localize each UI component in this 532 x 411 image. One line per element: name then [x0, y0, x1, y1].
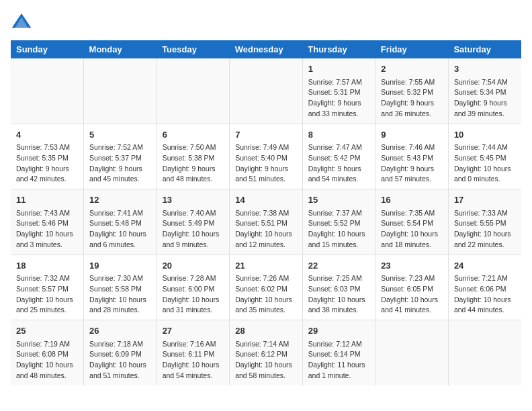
day-info: Sunrise: 7:14 AM Sunset: 6:12 PM Dayligh… [235, 339, 297, 381]
day-info: Sunrise: 7:50 AM Sunset: 5:38 PM Dayligh… [163, 142, 224, 185]
day-info: Sunrise: 7:53 AM Sunset: 5:35 PM Dayligh… [16, 142, 78, 185]
calendar-cell: 28Sunrise: 7:14 AM Sunset: 6:12 PM Dayli… [230, 320, 303, 385]
calendar-cell: 26Sunrise: 7:18 AM Sunset: 6:09 PM Dayli… [84, 320, 157, 385]
day-info: Sunrise: 7:26 AM Sunset: 6:02 PM Dayligh… [235, 273, 297, 316]
day-info: Sunrise: 7:30 AM Sunset: 5:58 PM Dayligh… [89, 273, 151, 316]
day-info: Sunrise: 7:33 AM Sunset: 5:55 PM Dayligh… [454, 208, 516, 250]
calendar-cell: 27Sunrise: 7:16 AM Sunset: 6:11 PM Dayli… [157, 320, 230, 385]
calendar-cell [11, 58, 84, 124]
day-info: Sunrise: 7:23 AM Sunset: 6:05 PM Dayligh… [381, 273, 443, 316]
day-number: 8 [308, 128, 370, 142]
week-row-1: 1Sunrise: 7:57 AM Sunset: 5:31 PM Daylig… [11, 58, 521, 124]
day-header-tuesday: Tuesday [157, 40, 230, 58]
day-number: 1 [308, 62, 370, 76]
day-info: Sunrise: 7:52 AM Sunset: 5:37 PM Dayligh… [89, 142, 151, 185]
day-number: 29 [308, 324, 370, 338]
calendar-cell [84, 58, 157, 124]
calendar-cell: 21Sunrise: 7:26 AM Sunset: 6:02 PM Dayli… [230, 255, 303, 320]
calendar-cell: 18Sunrise: 7:32 AM Sunset: 5:57 PM Dayli… [11, 255, 84, 320]
day-number: 11 [16, 193, 78, 207]
calendar-cell: 5Sunrise: 7:52 AM Sunset: 5:37 PM Daylig… [84, 124, 157, 189]
day-info: Sunrise: 7:28 AM Sunset: 6:00 PM Dayligh… [163, 273, 224, 316]
calendar-cell: 6Sunrise: 7:50 AM Sunset: 5:38 PM Daylig… [157, 124, 230, 189]
day-number: 27 [163, 324, 224, 338]
day-number: 25 [16, 324, 78, 338]
calendar-cell: 16Sunrise: 7:35 AM Sunset: 5:54 PM Dayli… [375, 189, 449, 255]
day-number: 19 [89, 259, 151, 273]
calendar-cell: 14Sunrise: 7:38 AM Sunset: 5:51 PM Dayli… [230, 189, 303, 255]
days-header-row: SundayMondayTuesdayWednesdayThursdayFrid… [11, 40, 521, 58]
day-info: Sunrise: 7:32 AM Sunset: 5:57 PM Dayligh… [16, 273, 78, 316]
calendar-cell: 3Sunrise: 7:54 AM Sunset: 5:34 PM Daylig… [448, 58, 521, 124]
calendar-cell [375, 320, 449, 385]
calendar-cell: 17Sunrise: 7:33 AM Sunset: 5:55 PM Dayli… [448, 189, 521, 255]
calendar-cell: 24Sunrise: 7:21 AM Sunset: 6:06 PM Dayli… [448, 255, 521, 320]
day-header-friday: Friday [375, 40, 449, 58]
week-row-4: 18Sunrise: 7:32 AM Sunset: 5:57 PM Dayli… [11, 255, 521, 320]
day-info: Sunrise: 7:46 AM Sunset: 5:43 PM Dayligh… [381, 142, 443, 185]
day-number: 10 [454, 128, 516, 142]
calendar-cell [157, 58, 230, 124]
day-info: Sunrise: 7:37 AM Sunset: 5:52 PM Dayligh… [308, 208, 370, 250]
logo [11, 11, 35, 32]
day-number: 12 [89, 193, 151, 207]
day-number: 3 [454, 62, 516, 76]
day-number: 5 [89, 128, 151, 142]
day-header-thursday: Thursday [302, 40, 375, 58]
calendar-cell: 22Sunrise: 7:25 AM Sunset: 6:03 PM Dayli… [302, 255, 375, 320]
week-row-3: 11Sunrise: 7:43 AM Sunset: 5:46 PM Dayli… [11, 189, 521, 255]
day-info: Sunrise: 7:35 AM Sunset: 5:54 PM Dayligh… [381, 208, 443, 250]
calendar-cell [448, 320, 521, 385]
day-number: 22 [308, 259, 370, 273]
calendar-cell: 29Sunrise: 7:12 AM Sunset: 6:14 PM Dayli… [302, 320, 375, 385]
day-info: Sunrise: 7:41 AM Sunset: 5:48 PM Dayligh… [89, 208, 151, 250]
calendar-cell: 7Sunrise: 7:49 AM Sunset: 5:40 PM Daylig… [230, 124, 303, 189]
day-number: 26 [89, 324, 151, 338]
day-number: 24 [454, 259, 516, 273]
day-number: 28 [235, 324, 297, 338]
calendar-cell: 9Sunrise: 7:46 AM Sunset: 5:43 PM Daylig… [375, 124, 449, 189]
day-number: 20 [163, 259, 224, 273]
day-number: 18 [16, 259, 78, 273]
day-info: Sunrise: 7:54 AM Sunset: 5:34 PM Dayligh… [454, 77, 516, 120]
calendar-cell: 23Sunrise: 7:23 AM Sunset: 6:05 PM Dayli… [375, 255, 449, 320]
day-number: 17 [454, 193, 516, 207]
day-info: Sunrise: 7:49 AM Sunset: 5:40 PM Dayligh… [235, 142, 297, 185]
calendar-cell: 12Sunrise: 7:41 AM Sunset: 5:48 PM Dayli… [84, 189, 157, 255]
day-number: 21 [235, 259, 297, 273]
calendar-cell: 4Sunrise: 7:53 AM Sunset: 5:35 PM Daylig… [11, 124, 84, 189]
day-number: 9 [381, 128, 443, 142]
calendar-cell: 25Sunrise: 7:19 AM Sunset: 6:08 PM Dayli… [11, 320, 84, 385]
logo-icon [11, 11, 32, 32]
day-info: Sunrise: 7:40 AM Sunset: 5:49 PM Dayligh… [163, 208, 224, 250]
calendar-cell [230, 58, 303, 124]
page-header [11, 11, 521, 32]
day-number: 6 [163, 128, 224, 142]
calendar-cell: 2Sunrise: 7:55 AM Sunset: 5:32 PM Daylig… [375, 58, 449, 124]
day-number: 15 [308, 193, 370, 207]
calendar-cell: 8Sunrise: 7:47 AM Sunset: 5:42 PM Daylig… [302, 124, 375, 189]
calendar-cell: 10Sunrise: 7:44 AM Sunset: 5:45 PM Dayli… [448, 124, 521, 189]
day-info: Sunrise: 7:47 AM Sunset: 5:42 PM Dayligh… [308, 142, 370, 185]
day-info: Sunrise: 7:43 AM Sunset: 5:46 PM Dayligh… [16, 208, 78, 250]
day-number: 13 [163, 193, 224, 207]
day-info: Sunrise: 7:38 AM Sunset: 5:51 PM Dayligh… [235, 208, 297, 250]
day-info: Sunrise: 7:55 AM Sunset: 5:32 PM Dayligh… [381, 77, 443, 120]
week-row-5: 25Sunrise: 7:19 AM Sunset: 6:08 PM Dayli… [11, 320, 521, 385]
day-number: 23 [381, 259, 443, 273]
day-number: 16 [381, 193, 443, 207]
day-header-monday: Monday [84, 40, 157, 58]
calendar-cell: 15Sunrise: 7:37 AM Sunset: 5:52 PM Dayli… [302, 189, 375, 255]
day-number: 2 [381, 62, 443, 76]
day-info: Sunrise: 7:12 AM Sunset: 6:14 PM Dayligh… [308, 339, 370, 381]
calendar-cell: 1Sunrise: 7:57 AM Sunset: 5:31 PM Daylig… [302, 58, 375, 124]
calendar-table: SundayMondayTuesdayWednesdayThursdayFrid… [11, 40, 521, 385]
day-info: Sunrise: 7:19 AM Sunset: 6:08 PM Dayligh… [16, 339, 78, 381]
day-info: Sunrise: 7:16 AM Sunset: 6:11 PM Dayligh… [163, 339, 224, 381]
day-number: 7 [235, 128, 297, 142]
day-number: 4 [16, 128, 78, 142]
day-number: 14 [235, 193, 297, 207]
calendar-cell: 13Sunrise: 7:40 AM Sunset: 5:49 PM Dayli… [157, 189, 230, 255]
day-info: Sunrise: 7:57 AM Sunset: 5:31 PM Dayligh… [308, 77, 370, 120]
calendar-cell: 20Sunrise: 7:28 AM Sunset: 6:00 PM Dayli… [157, 255, 230, 320]
